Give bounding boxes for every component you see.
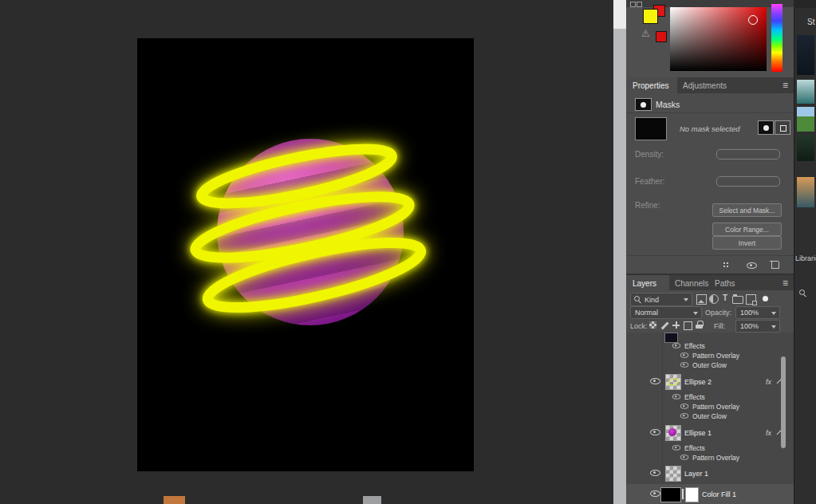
panel-menu-icon[interactable]: ≡ [782, 278, 788, 288]
refine-label: Refine: [635, 202, 660, 210]
divider [626, 255, 794, 256]
layer-row[interactable]: Ellipse 1 [684, 430, 712, 437]
lock-transparency-icon[interactable] [649, 321, 656, 329]
mask-thumbnail[interactable] [635, 117, 667, 140]
hue-slider[interactable] [771, 4, 782, 72]
select-and-mask-button[interactable]: Select and Mask... [712, 203, 782, 217]
apply-mask-icon[interactable] [723, 262, 729, 268]
visibility-eye-icon[interactable] [680, 453, 688, 460]
document-canvas[interactable] [137, 38, 474, 471]
visibility-eye-icon[interactable] [680, 402, 688, 409]
library-thumbnail[interactable] [797, 177, 814, 207]
visibility-eye-icon[interactable] [680, 411, 688, 419]
kind-filter-select[interactable]: Kind [630, 293, 692, 306]
search-icon[interactable] [799, 289, 807, 297]
visibility-eye-icon[interactable] [650, 427, 660, 436]
layer-effects-row[interactable]: Effects [684, 343, 705, 350]
saturation-brightness-picker[interactable] [670, 7, 767, 71]
layer-effect-row[interactable]: Pattern Overlay [692, 404, 739, 411]
tab-channels[interactable]: Channels [675, 280, 708, 288]
filter-smart-object-icon[interactable] [746, 294, 756, 305]
density-label: Density: [635, 151, 664, 159]
layer-thumbnail[interactable] [665, 374, 681, 390]
opacity-select[interactable]: 100% [735, 306, 780, 319]
lock-all-icon[interactable] [696, 321, 703, 329]
lock-position-icon[interactable] [672, 321, 680, 329]
visibility-eye-icon[interactable] [650, 488, 660, 498]
strip-header-label: St [807, 18, 816, 26]
color-range-button[interactable]: Color Range... [712, 222, 782, 236]
layers-scrollbar-thumb[interactable] [781, 356, 786, 448]
fill-color-thumbnail[interactable] [660, 487, 681, 502]
color-panel-header [626, 0, 794, 7]
library-thumbnail[interactable] [797, 135, 814, 161]
library-thumbnail[interactable] [797, 80, 814, 104]
panel-collapse-icon[interactable] [637, 2, 642, 7]
collapsed-panel-strip [794, 0, 816, 504]
layer-effect-row[interactable]: Pattern Overlay [692, 455, 739, 462]
gamut-warning-icon: ⚠ [641, 29, 650, 38]
ellipse-shape-icon [667, 377, 680, 386]
libraries-panel-label[interactable]: Librarie [795, 255, 816, 262]
visibility-eye-icon[interactable] [650, 467, 660, 477]
bottom-bar-orange-fragment [164, 496, 185, 504]
layer-effects-row[interactable]: Effects [684, 445, 705, 452]
filter-pixel-layers-icon[interactable] [696, 294, 707, 305]
lock-label: Lock: [630, 323, 648, 330]
filter-adjustment-layers-icon[interactable] [709, 294, 719, 304]
layer-thumbnail[interactable] [665, 466, 681, 482]
fill-label: Fill: [714, 323, 725, 330]
layer-effect-row[interactable]: Pattern Overlay [692, 352, 739, 360]
mask-visibility-icon[interactable] [747, 260, 756, 270]
circle-shape-icon [668, 428, 676, 436]
layer-row[interactable]: Color Fill 1 [702, 491, 736, 498]
color-picker-marker[interactable] [748, 15, 758, 25]
layer-thumbnail[interactable] [665, 425, 681, 441]
delete-mask-icon[interactable] [770, 259, 779, 269]
lock-pixels-icon[interactable] [660, 321, 669, 329]
blend-mode-select[interactable]: Normal [630, 306, 702, 319]
opacity-label: Opacity: [705, 309, 731, 317]
filter-type-layers-icon[interactable]: T [723, 294, 727, 302]
add-pixel-mask-button[interactable] [758, 120, 774, 135]
planet-rings [137, 38, 474, 471]
layer-row[interactable]: Layer 1 [684, 471, 708, 478]
masks-label: Masks [656, 100, 680, 109]
feather-label: Feather: [635, 178, 664, 186]
visibility-eye-icon[interactable] [672, 443, 680, 451]
visibility-eye-icon[interactable] [680, 360, 688, 368]
filter-toggle-icon[interactable] [763, 296, 768, 301]
chevron-down-icon [771, 312, 776, 315]
tab-paths[interactable]: Paths [715, 280, 735, 288]
strip-header [794, 0, 816, 8]
visibility-eye-icon[interactable] [680, 351, 688, 358]
density-slider [716, 149, 780, 159]
panel-collapse-icon[interactable] [630, 2, 636, 7]
tab-properties[interactable]: Properties [626, 77, 677, 93]
library-thumbnail[interactable] [797, 35, 814, 75]
filter-group-layers-icon[interactable] [732, 296, 743, 304]
fill-select[interactable]: 100% [735, 320, 780, 333]
chevron-down-icon [684, 298, 688, 301]
visibility-eye-icon[interactable] [672, 392, 680, 400]
layer-effects-row[interactable]: Effects [684, 394, 705, 401]
gamut-color-swatch[interactable] [656, 31, 667, 42]
layer-mask-thumbnail[interactable] [685, 487, 699, 502]
foreground-color-swatch[interactable] [643, 9, 658, 24]
feather-slider [716, 176, 780, 187]
scrollbar-thumb[interactable] [613, 0, 626, 29]
add-vector-mask-button[interactable] [775, 120, 790, 135]
layer-row[interactable]: Ellipse 2 [684, 379, 712, 386]
panel-menu-icon[interactable]: ≡ [782, 81, 788, 90]
layer-effect-row[interactable]: Outer Glow [692, 362, 727, 369]
visibility-eye-icon[interactable] [672, 341, 680, 348]
vertical-scrollbar[interactable] [613, 0, 626, 504]
chevron-down-icon [693, 312, 698, 315]
tab-layers[interactable]: Layers [626, 275, 669, 290]
lock-artboard-icon[interactable] [684, 321, 692, 330]
library-thumbnail[interactable] [797, 107, 814, 132]
invert-button[interactable]: Invert [712, 236, 782, 250]
visibility-eye-icon[interactable] [650, 376, 660, 385]
layer-effect-row[interactable]: Outer Glow [692, 413, 727, 420]
tab-adjustments[interactable]: Adjustments [683, 82, 727, 90]
